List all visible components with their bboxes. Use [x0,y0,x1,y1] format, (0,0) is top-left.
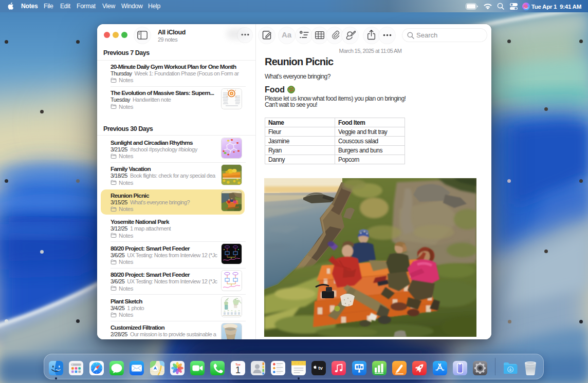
svg-text:tv: tv [318,365,323,371]
svg-text:1: 1 [235,365,241,375]
